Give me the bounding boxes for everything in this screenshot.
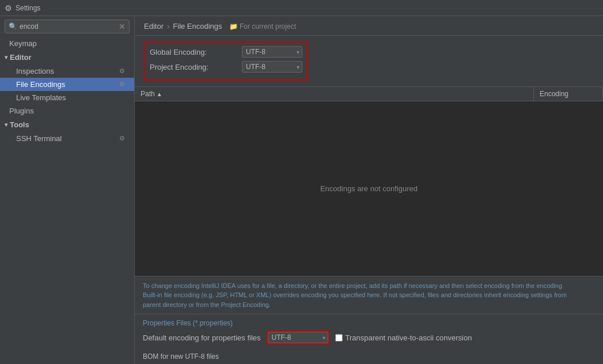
sidebar: 🔍 ✕ Keymap ▾ Editor Inspections ⚙ File E…: [0, 16, 135, 364]
global-encoding-label: Global Encoding:: [150, 48, 242, 56]
bom-note: BOM for new UTF-8 files: [135, 349, 603, 364]
props-encoding-select-box: UTF-8 ISO-8859-1 US-ASCII UTF-16 windows…: [267, 331, 329, 344]
empty-message: Encodings are not configured: [320, 184, 418, 193]
search-input[interactable]: [20, 22, 119, 31]
project-encoding-select-wrapper: UTF-8 ISO-8859-1 US-ASCII UTF-16 windows…: [242, 61, 302, 73]
props-encoding-select[interactable]: UTF-8 ISO-8859-1 US-ASCII UTF-16 windows…: [268, 332, 328, 343]
project-icon: 📁: [229, 22, 238, 31]
encoding-form: Global Encoding: UTF-8 ISO-8859-1 US-ASC…: [135, 36, 603, 86]
sidebar-group-editor[interactable]: ▾ Editor: [0, 50, 134, 65]
footer-info: To change encoding IntelliJ IDEA uses fo…: [135, 276, 603, 314]
footer-info-text: To change encoding IntelliJ IDEA uses fo…: [143, 281, 595, 291]
global-encoding-select-wrapper: UTF-8 ISO-8859-1 US-ASCII UTF-16 windows…: [242, 46, 302, 58]
content-header: Editor › File Encodings 📁 For current pr…: [135, 16, 603, 36]
breadcrumb-current: File Encodings: [173, 22, 222, 31]
config-icon-inspections: ⚙: [119, 67, 125, 75]
settings-icon: ⚙: [5, 3, 12, 13]
properties-row: Default encoding for properties files UT…: [143, 331, 595, 344]
sidebar-item-ssh-terminal[interactable]: SSH Terminal ⚙: [0, 132, 134, 145]
sidebar-item-plugins[interactable]: Plugins: [0, 104, 134, 117]
breadcrumb-separator: ›: [167, 22, 169, 31]
project-encoding-label: Project Encoding:: [150, 63, 242, 71]
window-title: Settings: [16, 4, 40, 12]
sidebar-group-tools[interactable]: ▾ Tools: [0, 117, 134, 132]
config-icon-file-encodings: ⚙: [119, 81, 125, 88]
sidebar-item-file-encodings[interactable]: File Encodings ⚙: [0, 78, 134, 91]
transparent-checkbox-area: Transparent native-to-ascii conversion: [335, 333, 472, 342]
project-encoding-select[interactable]: UTF-8 ISO-8859-1 US-ASCII UTF-16 windows…: [242, 61, 302, 73]
collapse-arrow-editor: ▾: [5, 54, 7, 60]
table-header: Path ▲ Encoding: [135, 87, 603, 101]
clear-icon[interactable]: ✕: [119, 22, 126, 31]
sort-arrow-path: ▲: [157, 91, 162, 97]
breadcrumb-note: 📁 For current project: [229, 22, 296, 31]
project-encoding-row: Project Encoding: UTF-8 ISO-8859-1 US-AS…: [150, 61, 302, 73]
file-encodings-table: Path ▲ Encoding Encodings are not config…: [135, 86, 603, 276]
table-header-encoding[interactable]: Encoding: [534, 87, 603, 101]
props-encoding-select-wrapper: UTF-8 ISO-8859-1 US-ASCII UTF-16 windows…: [268, 332, 328, 343]
breadcrumb-parent: Editor: [144, 22, 164, 31]
default-encoding-label: Default encoding for properties files: [143, 333, 261, 342]
collapse-arrow-tools: ▾: [5, 122, 7, 128]
table-body: Encodings are not configured: [135, 101, 603, 276]
global-encoding-row: Global Encoding: UTF-8 ISO-8859-1 US-ASC…: [150, 46, 302, 58]
sidebar-item-keymap[interactable]: Keymap: [0, 37, 134, 50]
global-encoding-select[interactable]: UTF-8 ISO-8859-1 US-ASCII UTF-16 windows…: [242, 46, 302, 58]
title-bar: ⚙ Settings: [0, 0, 603, 16]
main-layout: 🔍 ✕ Keymap ▾ Editor Inspections ⚙ File E…: [0, 16, 603, 364]
encoding-form-box: Global Encoding: UTF-8 ISO-8859-1 US-ASC…: [144, 41, 308, 81]
transparent-label: Transparent native-to-ascii conversion: [346, 333, 472, 342]
properties-section-title: Properties Files (*.properties): [143, 319, 595, 327]
search-box: 🔍 ✕: [5, 20, 130, 33]
footer-info-text2: Built-in file encoding (e.g. JSP, HTML o…: [143, 290, 595, 300]
footer-info-text3: parent directory or from the Project Enc…: [143, 300, 595, 310]
search-icon: 🔍: [9, 22, 17, 31]
config-icon-ssh-terminal: ⚙: [119, 135, 125, 142]
sidebar-item-live-templates[interactable]: Live Templates: [0, 91, 134, 104]
transparent-checkbox[interactable]: [335, 334, 343, 342]
content-area: Editor › File Encodings 📁 For current pr…: [135, 16, 603, 364]
sidebar-item-inspections[interactable]: Inspections ⚙: [0, 65, 134, 78]
properties-section: Properties Files (*.properties) Default …: [135, 314, 603, 349]
table-header-path[interactable]: Path ▲: [135, 87, 534, 101]
